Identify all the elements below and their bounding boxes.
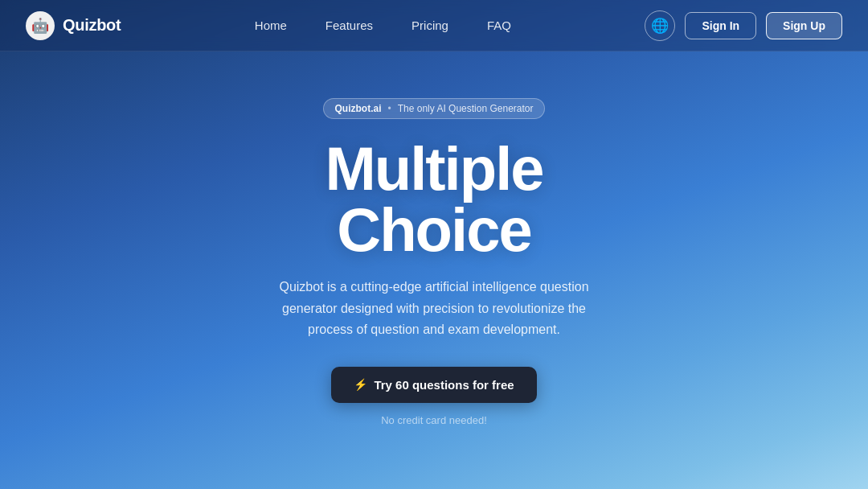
nav-features[interactable]: Features bbox=[326, 18, 373, 32]
navbar-actions: 🌐 Sign In Sign Up bbox=[645, 10, 842, 41]
hero-title-line2: Choice bbox=[337, 195, 530, 264]
no-credit-text: No credit card needed! bbox=[381, 414, 487, 426]
nav-links: Home Features Pricing FAQ bbox=[255, 18, 511, 32]
hero-title: Multiple Choice bbox=[325, 138, 542, 261]
hero-title-line1: Multiple bbox=[325, 134, 542, 203]
signin-button[interactable]: Sign In bbox=[685, 12, 756, 39]
cta-label: Try 60 questions for free bbox=[374, 378, 514, 392]
logo-emoji: 🤖 bbox=[31, 17, 49, 35]
nav-pricing[interactable]: Pricing bbox=[411, 18, 448, 32]
page-wrapper: 🤖 Quizbot Home Features Pricing FAQ 🌐 Si… bbox=[0, 0, 868, 489]
badge-dot: • bbox=[388, 103, 391, 114]
cta-button[interactable]: ⚡ Try 60 questions for free bbox=[331, 367, 536, 403]
hero-section: Quizbot.ai • The only AI Question Genera… bbox=[0, 51, 868, 489]
nav-home[interactable]: Home bbox=[255, 18, 287, 32]
logo-area: 🤖 Quizbot bbox=[26, 11, 121, 40]
badge-tagline: The only AI Question Generator bbox=[398, 103, 534, 114]
navbar: 🤖 Quizbot Home Features Pricing FAQ 🌐 Si… bbox=[0, 0, 868, 51]
badge-brand: Quizbot.ai bbox=[335, 103, 382, 114]
brand-name: Quizbot bbox=[63, 16, 121, 35]
signup-button[interactable]: Sign Up bbox=[766, 12, 842, 39]
lightning-icon: ⚡ bbox=[354, 378, 367, 391]
nav-faq[interactable]: FAQ bbox=[487, 18, 511, 32]
language-button[interactable]: 🌐 bbox=[645, 10, 675, 41]
hero-description: Quizbot is a cutting-edge artificial int… bbox=[265, 277, 603, 340]
hero-badge: Quizbot.ai • The only AI Question Genera… bbox=[323, 98, 546, 119]
logo-icon: 🤖 bbox=[26, 11, 55, 40]
globe-icon: 🌐 bbox=[651, 17, 669, 35]
